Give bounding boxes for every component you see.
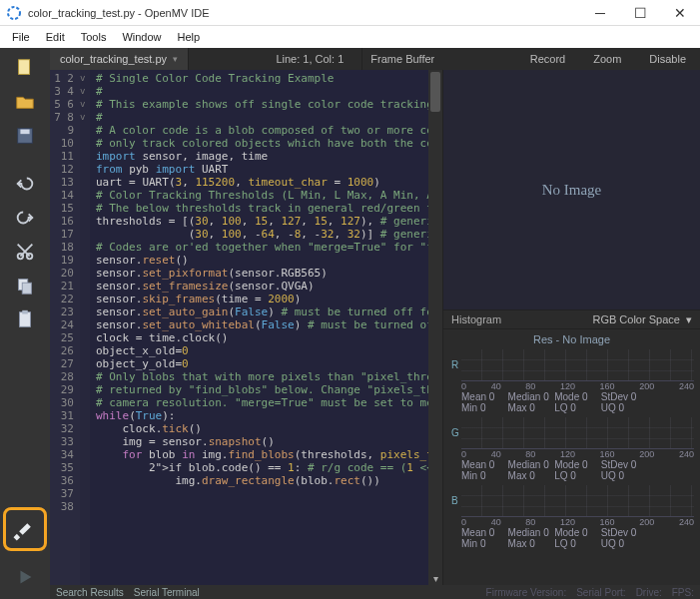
hist-channel-g: G04080120160200240Mean 0Median 0Mode 0St… xyxy=(449,417,694,481)
editor-scrollbar[interactable]: ▴ ▾ xyxy=(428,70,442,585)
window-title: color_tracking_test.py - OpenMV IDE xyxy=(28,7,580,19)
menu-window[interactable]: Window xyxy=(114,29,169,45)
save-file-button[interactable] xyxy=(8,122,42,150)
svg-rect-3 xyxy=(20,130,29,135)
svg-rect-10 xyxy=(14,534,21,541)
cut-button[interactable] xyxy=(8,238,42,266)
redo-button[interactable] xyxy=(8,204,42,232)
frame-buffer-placeholder: No Image xyxy=(542,182,602,199)
menu-edit[interactable]: Edit xyxy=(38,29,73,45)
undo-button[interactable] xyxy=(8,170,42,198)
status-search-results[interactable]: Search Results xyxy=(56,587,124,598)
code-area[interactable]: # Single Color Code Tracking Example## T… xyxy=(90,70,428,585)
scroll-down-icon[interactable]: ▾ xyxy=(428,571,442,585)
code-editor[interactable]: 1 2 3 4 5 6 7 8 9 10 11 12 13 14 15 16 1… xyxy=(50,70,442,585)
svg-rect-7 xyxy=(22,283,31,294)
editor-tab[interactable]: color_tracking_test.py ▾ xyxy=(50,48,189,70)
hist-channel-b: B04080120160200240Mean 0Median 0Mode 0St… xyxy=(449,485,694,549)
close-button[interactable]: ✕ xyxy=(660,0,700,26)
connect-button[interactable] xyxy=(3,507,47,551)
histogram-title: Histogram xyxy=(451,313,501,325)
cursor-position: Line: 1, Col: 1 xyxy=(262,48,357,70)
fold-gutter[interactable]: v v v v xyxy=(80,70,90,585)
svg-rect-9 xyxy=(22,310,28,314)
hist-channel-r: R04080120160200240Mean 0Median 0Mode 0St… xyxy=(449,349,694,413)
paste-button[interactable] xyxy=(8,305,42,333)
fb-disable[interactable]: Disable xyxy=(635,48,700,70)
status-firmware: Firmware Version: xyxy=(486,587,567,598)
fb-zoom[interactable]: Zoom xyxy=(579,48,635,70)
open-file-button[interactable] xyxy=(8,88,42,116)
status-serial-terminal[interactable]: Serial Terminal xyxy=(134,587,200,598)
histogram-mode-select[interactable]: RGB Color Space ▾ xyxy=(592,313,692,326)
menu-tools[interactable]: Tools xyxy=(73,29,115,45)
minimize-button[interactable]: ─ xyxy=(580,0,620,26)
status-fps: FPS: xyxy=(672,587,694,598)
svg-point-0 xyxy=(8,7,20,19)
app-logo xyxy=(6,5,22,21)
status-serial-port: Serial Port: xyxy=(576,587,625,598)
svg-rect-8 xyxy=(20,312,31,327)
tab-dropdown-icon[interactable]: ▾ xyxy=(173,54,178,64)
menu-file[interactable]: File xyxy=(4,29,38,45)
frame-buffer-title: Frame Buffer xyxy=(361,48,442,70)
run-button[interactable] xyxy=(8,563,42,591)
frame-buffer-view: No Image xyxy=(443,70,700,309)
scroll-thumb[interactable] xyxy=(430,72,440,112)
editor-tab-label: color_tracking_test.py xyxy=(60,53,167,65)
copy-button[interactable] xyxy=(8,272,42,300)
histogram-resolution: Res - No Image xyxy=(449,333,694,345)
svg-rect-1 xyxy=(19,60,30,75)
new-file-button[interactable] xyxy=(8,54,42,82)
line-gutter: 1 2 3 4 5 6 7 8 9 10 11 12 13 14 15 16 1… xyxy=(50,70,80,585)
histogram-panel: Res - No Image R04080120160200240Mean 0M… xyxy=(443,329,700,585)
fb-record[interactable]: Record xyxy=(516,48,579,70)
status-drive: Drive: xyxy=(636,587,662,598)
maximize-button[interactable]: ☐ xyxy=(620,0,660,26)
menu-help[interactable]: Help xyxy=(170,29,209,45)
